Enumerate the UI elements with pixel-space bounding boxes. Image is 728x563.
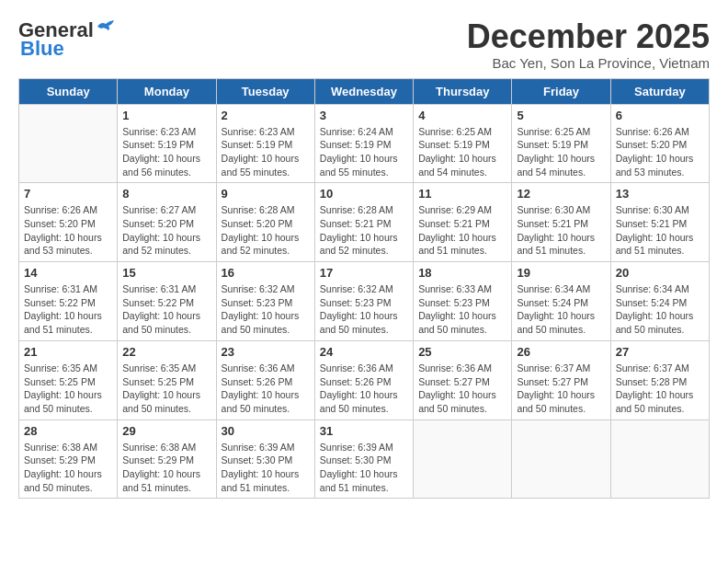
calendar-title: December 2025: [467, 18, 710, 55]
calendar-cell: 18Sunrise: 6:33 AMSunset: 5:23 PMDayligh…: [414, 262, 512, 341]
calendar-cell: 17Sunrise: 6:32 AMSunset: 5:23 PMDayligh…: [314, 262, 413, 341]
day-info: Sunrise: 6:34 AMSunset: 5:24 PMDaylight:…: [616, 282, 704, 337]
day-number: 25: [418, 345, 506, 359]
calendar-week-2: 7Sunrise: 6:26 AMSunset: 5:20 PMDaylight…: [19, 183, 710, 262]
calendar-table: SundayMondayTuesdayWednesdayThursdayFrid…: [18, 78, 710, 500]
calendar-cell: 25Sunrise: 6:36 AMSunset: 5:27 PMDayligh…: [414, 340, 512, 419]
day-number: 23: [222, 345, 310, 359]
calendar-week-5: 28Sunrise: 6:38 AMSunset: 5:29 PMDayligh…: [19, 419, 710, 499]
calendar-cell: 2Sunrise: 6:23 AMSunset: 5:19 PMDaylight…: [216, 104, 314, 183]
day-number: 26: [517, 345, 605, 359]
calendar-cell: 23Sunrise: 6:36 AMSunset: 5:26 PMDayligh…: [216, 340, 314, 419]
day-number: 12: [517, 187, 605, 201]
day-info: Sunrise: 6:32 AMSunset: 5:23 PMDaylight:…: [320, 282, 408, 337]
day-number: 24: [320, 345, 408, 359]
day-info: Sunrise: 6:23 AMSunset: 5:19 PMDaylight:…: [222, 125, 310, 179]
day-info: Sunrise: 6:27 AMSunset: 5:20 PMDaylight:…: [122, 203, 210, 258]
weekday-header-wednesday: Wednesday: [314, 78, 413, 104]
calendar-cell: 1Sunrise: 6:23 AMSunset: 5:19 PMDaylight…: [118, 104, 216, 183]
title-block: December 2025 Bac Yen, Son La Province, …: [467, 18, 710, 71]
day-info: Sunrise: 6:34 AMSunset: 5:24 PMDaylight:…: [517, 282, 605, 337]
day-number: 5: [517, 109, 605, 122]
day-info: Sunrise: 6:29 AMSunset: 5:21 PMDaylight:…: [418, 203, 506, 258]
day-info: Sunrise: 6:39 AMSunset: 5:30 PMDaylight:…: [222, 441, 310, 495]
day-number: 8: [122, 187, 210, 201]
weekday-header-saturday: Saturday: [610, 78, 709, 104]
calendar-cell: 5Sunrise: 6:25 AMSunset: 5:19 PMDaylight…: [512, 104, 610, 183]
day-number: 22: [122, 345, 210, 359]
day-info: Sunrise: 6:25 AMSunset: 5:19 PMDaylight:…: [418, 125, 506, 179]
day-info: Sunrise: 6:39 AMSunset: 5:30 PMDaylight:…: [320, 441, 408, 495]
calendar-cell: 26Sunrise: 6:37 AMSunset: 5:27 PMDayligh…: [512, 340, 610, 419]
day-info: Sunrise: 6:33 AMSunset: 5:23 PMDaylight:…: [418, 282, 506, 337]
weekday-header-row: SundayMondayTuesdayWednesdayThursdayFrid…: [19, 78, 710, 104]
weekday-header-thursday: Thursday: [414, 78, 512, 104]
weekday-header-friday: Friday: [512, 78, 610, 104]
calendar-cell: 6Sunrise: 6:26 AMSunset: 5:20 PMDaylight…: [610, 104, 709, 183]
calendar-cell: 13Sunrise: 6:30 AMSunset: 5:21 PMDayligh…: [610, 183, 709, 262]
day-info: Sunrise: 6:26 AMSunset: 5:20 PMDaylight:…: [24, 203, 112, 258]
calendar-cell: 11Sunrise: 6:29 AMSunset: 5:21 PMDayligh…: [414, 183, 512, 262]
day-info: Sunrise: 6:23 AMSunset: 5:19 PMDaylight:…: [122, 125, 210, 179]
day-info: Sunrise: 6:37 AMSunset: 5:27 PMDaylight:…: [517, 362, 605, 416]
day-number: 20: [616, 266, 704, 280]
weekday-header-monday: Monday: [118, 78, 216, 104]
day-number: 16: [222, 266, 310, 280]
calendar-cell: [512, 419, 610, 499]
day-info: Sunrise: 6:24 AMSunset: 5:19 PMDaylight:…: [320, 125, 408, 179]
day-info: Sunrise: 6:36 AMSunset: 5:26 PMDaylight:…: [222, 362, 310, 416]
calendar-week-3: 14Sunrise: 6:31 AMSunset: 5:22 PMDayligh…: [19, 262, 710, 341]
day-number: 19: [517, 266, 605, 280]
calendar-cell: 22Sunrise: 6:35 AMSunset: 5:25 PMDayligh…: [118, 340, 216, 419]
day-info: Sunrise: 6:26 AMSunset: 5:20 PMDaylight:…: [616, 125, 704, 179]
day-info: Sunrise: 6:35 AMSunset: 5:25 PMDaylight:…: [24, 362, 112, 416]
day-info: Sunrise: 6:30 AMSunset: 5:21 PMDaylight:…: [517, 203, 605, 258]
day-info: Sunrise: 6:38 AMSunset: 5:29 PMDaylight:…: [122, 441, 210, 495]
day-number: 11: [418, 187, 506, 201]
calendar-cell: 16Sunrise: 6:32 AMSunset: 5:23 PMDayligh…: [216, 262, 314, 341]
day-number: 3: [320, 109, 408, 122]
day-info: Sunrise: 6:36 AMSunset: 5:27 PMDaylight:…: [418, 362, 506, 416]
day-number: 2: [222, 109, 310, 122]
logo: General Blue: [18, 18, 116, 61]
day-info: Sunrise: 6:28 AMSunset: 5:20 PMDaylight:…: [222, 203, 310, 258]
weekday-header-sunday: Sunday: [19, 78, 118, 104]
day-number: 10: [320, 187, 408, 201]
calendar-cell: 29Sunrise: 6:38 AMSunset: 5:29 PMDayligh…: [118, 419, 216, 499]
calendar-cell: 7Sunrise: 6:26 AMSunset: 5:20 PMDaylight…: [19, 183, 118, 262]
day-info: Sunrise: 6:36 AMSunset: 5:26 PMDaylight:…: [320, 362, 408, 416]
logo-bird-icon: [96, 19, 116, 34]
day-info: Sunrise: 6:31 AMSunset: 5:22 PMDaylight:…: [24, 282, 112, 337]
calendar-cell: [610, 419, 709, 499]
day-info: Sunrise: 6:38 AMSunset: 5:29 PMDaylight:…: [24, 441, 112, 495]
day-info: Sunrise: 6:32 AMSunset: 5:23 PMDaylight:…: [222, 282, 310, 337]
day-number: 18: [418, 266, 506, 280]
calendar-cell: 27Sunrise: 6:37 AMSunset: 5:28 PMDayligh…: [610, 340, 709, 419]
day-info: Sunrise: 6:25 AMSunset: 5:19 PMDaylight:…: [517, 125, 605, 179]
calendar-week-4: 21Sunrise: 6:35 AMSunset: 5:25 PMDayligh…: [19, 340, 710, 419]
calendar-cell: 21Sunrise: 6:35 AMSunset: 5:25 PMDayligh…: [19, 340, 118, 419]
calendar-cell: 28Sunrise: 6:38 AMSunset: 5:29 PMDayligh…: [19, 419, 118, 499]
calendar-cell: 24Sunrise: 6:36 AMSunset: 5:26 PMDayligh…: [314, 340, 413, 419]
calendar-cell: [414, 419, 512, 499]
calendar-cell: 12Sunrise: 6:30 AMSunset: 5:21 PMDayligh…: [512, 183, 610, 262]
calendar-cell: 30Sunrise: 6:39 AMSunset: 5:30 PMDayligh…: [216, 419, 314, 499]
calendar-subtitle: Bac Yen, Son La Province, Vietnam: [467, 55, 710, 71]
day-number: 27: [616, 345, 704, 359]
day-number: 21: [24, 345, 112, 359]
day-number: 30: [222, 424, 310, 438]
calendar-cell: 10Sunrise: 6:28 AMSunset: 5:21 PMDayligh…: [314, 183, 413, 262]
calendar-cell: 15Sunrise: 6:31 AMSunset: 5:22 PMDayligh…: [118, 262, 216, 341]
calendar-cell: 3Sunrise: 6:24 AMSunset: 5:19 PMDaylight…: [314, 104, 413, 183]
day-number: 15: [122, 266, 210, 280]
calendar-cell: 4Sunrise: 6:25 AMSunset: 5:19 PMDaylight…: [414, 104, 512, 183]
calendar-cell: 14Sunrise: 6:31 AMSunset: 5:22 PMDayligh…: [19, 262, 118, 341]
day-info: Sunrise: 6:37 AMSunset: 5:28 PMDaylight:…: [616, 362, 704, 416]
day-number: 6: [616, 109, 704, 122]
logo-blue: Blue: [20, 37, 64, 61]
day-number: 28: [24, 424, 112, 438]
day-info: Sunrise: 6:35 AMSunset: 5:25 PMDaylight:…: [122, 362, 210, 416]
day-info: Sunrise: 6:28 AMSunset: 5:21 PMDaylight:…: [320, 203, 408, 258]
weekday-header-tuesday: Tuesday: [216, 78, 314, 104]
calendar-cell: 20Sunrise: 6:34 AMSunset: 5:24 PMDayligh…: [610, 262, 709, 341]
